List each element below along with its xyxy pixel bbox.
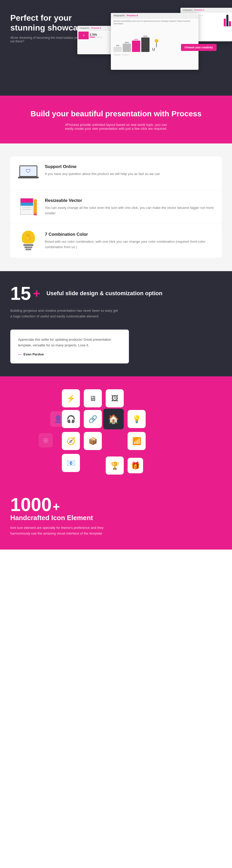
unleash-badge: Unleash your creativity bbox=[181, 44, 217, 51]
slide4-header: Infographic : Process 4 bbox=[181, 8, 232, 12]
feature-vector-desc: You can easily change all the color even… bbox=[45, 205, 214, 216]
bulb-symbol: ✋ bbox=[25, 234, 32, 241]
feature-support: 🛡 Support Online If you have any questio… bbox=[10, 156, 222, 190]
icon-home: 🏠 bbox=[103, 409, 124, 429]
feature-vector-text: Resizeable Vector You can easily change … bbox=[45, 198, 214, 216]
feature-support-text: Support Online If you have any question … bbox=[45, 164, 160, 177]
feature-color-text: 7 Combination Color Bored with our color… bbox=[45, 232, 214, 250]
icons-section: ⚡ 🖥 🖼 👤 🎧 🔗 🏠 💡 ⊕ 🧭 bbox=[0, 376, 232, 549]
icon-trophy: 🏆 bbox=[106, 457, 124, 474]
icons-desc: font icon element are specially for them… bbox=[10, 525, 113, 536]
feature-support-icon-area: 🛡 bbox=[18, 164, 39, 182]
stats-label: Useful slide design & customization opti… bbox=[46, 290, 162, 297]
bulb-base-1 bbox=[24, 244, 33, 246]
bulb-icon-symbol: 💡 bbox=[132, 415, 141, 424]
bulb-base-3 bbox=[26, 249, 31, 250]
icon-bulb: 💡 bbox=[128, 410, 146, 428]
hero-slides-area: Infographic : Process 3 ⚙ 2.75% bbox=[77, 5, 232, 88]
feature-vector: Resizeable Vector You can easily change … bbox=[10, 190, 222, 224]
hero-section: Perfect for your stunning showcase #Ever… bbox=[0, 0, 232, 96]
stats-section: 15 + Useful slide design & customization… bbox=[0, 271, 232, 376]
bulb-base-2 bbox=[25, 247, 32, 248]
box-symbol: 📦 bbox=[88, 437, 98, 445]
stats-plus: + bbox=[33, 286, 40, 301]
testimonial-author: Evan Pardue bbox=[18, 352, 121, 356]
icon-link: 🔗 bbox=[84, 410, 102, 428]
bulb-head: ✋ bbox=[22, 230, 35, 244]
feature-color-desc: Bored with our color combination, with o… bbox=[45, 239, 214, 250]
stats-row: 15 + Useful slide design & customization… bbox=[10, 284, 222, 303]
hero-title: Perfect for your stunning showcase bbox=[10, 13, 88, 33]
slide-process9: Infographic : Process 9 Business present… bbox=[111, 13, 198, 70]
user-symbol: 👤 bbox=[53, 415, 63, 424]
features-section: 🛡 Support Online If you have any questio… bbox=[0, 144, 232, 271]
headset-symbol: 🎧 bbox=[67, 415, 76, 424]
feature-color-title: 7 Combination Color bbox=[45, 232, 214, 237]
shield-symbol: 🛡 bbox=[26, 168, 31, 174]
icon-headset: 🎧 bbox=[62, 410, 80, 428]
build-subtitle: #Process provide unlimited layout based … bbox=[62, 123, 170, 130]
icon-bolt: ⚡ bbox=[62, 389, 80, 407]
home-symbol: 🏠 bbox=[108, 414, 119, 424]
icons-plus: + bbox=[52, 500, 60, 514]
link-symbol: 🔗 bbox=[88, 415, 98, 424]
laptop-shield-icon: 🛡 bbox=[20, 165, 37, 181]
build-title: Build your beautiful presentation with P… bbox=[10, 108, 222, 119]
feature-support-title: Support Online bbox=[45, 164, 160, 169]
icon-wifi: 📶 bbox=[128, 432, 146, 450]
icons-label: Handcrafted Icon Element bbox=[10, 514, 222, 522]
icon-image: 🖼 bbox=[106, 389, 124, 407]
slide9-header: Infographic : Process 9 bbox=[111, 13, 198, 18]
gift-symbol: 🎁 bbox=[131, 461, 140, 470]
testimonial-text: Appreciate this seller for updating prod… bbox=[18, 337, 121, 348]
bulb-icon: ✋ bbox=[20, 230, 37, 251]
stats-number: 15 bbox=[10, 284, 31, 303]
wifi-symbol: 📶 bbox=[132, 437, 141, 445]
icon-compass: 🧭 bbox=[62, 432, 80, 450]
feature-color-icon-area: ✋ bbox=[18, 232, 39, 250]
hero-subtitle: #Ever dreaming of becoming the most bada… bbox=[10, 36, 88, 43]
stats-description: Building gorgeous and creative presentat… bbox=[10, 308, 119, 319]
feature-vector-icon-area bbox=[18, 198, 39, 216]
icon-monitor: 🖥 bbox=[84, 389, 102, 407]
mail-symbol: 📧 bbox=[67, 459, 76, 467]
pencil-icon bbox=[34, 199, 37, 215]
testimonial-card: Appreciate this seller for updating prod… bbox=[10, 330, 129, 364]
slide9-desc: Business presentations aren't just for b… bbox=[111, 18, 198, 27]
feature-color: ✋ 7 Combination Color Bored with our col… bbox=[10, 224, 222, 258]
image-symbol: 🖼 bbox=[111, 394, 118, 403]
feature-vector-title: Resizeable Vector bbox=[45, 198, 214, 203]
testimonial-author-name: Evan Pardue bbox=[24, 352, 44, 356]
build-section: Build your beautiful presentation with P… bbox=[0, 96, 232, 144]
book-pencil-icon bbox=[20, 198, 37, 216]
icon-ghost1: ⊕ bbox=[39, 433, 53, 447]
icon-gift: 🎁 bbox=[128, 458, 143, 473]
monitor-symbol: 🖥 bbox=[89, 394, 96, 403]
trophy-symbol: 🏆 bbox=[110, 461, 119, 470]
laptop-base bbox=[18, 177, 39, 178]
icons-scatter: ⚡ 🖥 🖼 👤 🎧 🔗 🏠 💡 ⊕ 🧭 bbox=[10, 389, 222, 488]
feature-support-desc: If you have any question about this prod… bbox=[45, 172, 160, 177]
icon-mail: 📧 bbox=[62, 454, 80, 472]
bolt-symbol: ⚡ bbox=[67, 394, 76, 403]
icons-bottom: 1000 + Handcrafted Icon Element font ico… bbox=[10, 495, 222, 536]
icons-number: 1000 bbox=[10, 495, 51, 514]
icon-box-shape: 📦 bbox=[84, 432, 102, 450]
compass-symbol: 🧭 bbox=[67, 437, 76, 445]
